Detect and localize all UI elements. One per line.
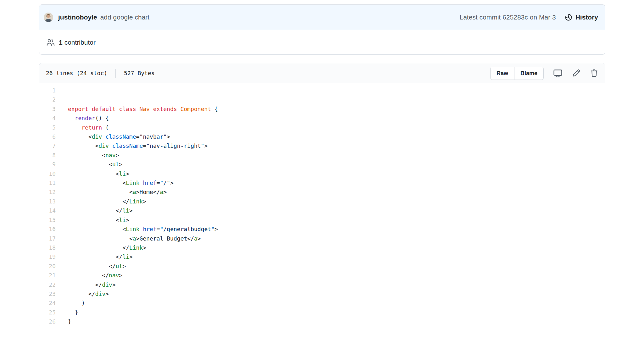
code-line: 14 </li>	[39, 206, 605, 215]
pencil-icon	[572, 69, 580, 77]
file-size-info: 527 Bytes	[124, 70, 155, 76]
code-line: 11 <Link href="/">	[39, 178, 605, 187]
raw-button[interactable]: Raw	[490, 67, 514, 80]
line-number[interactable]: 24	[39, 298, 57, 308]
code-line: 9 <ul>	[39, 160, 605, 169]
code-line-content: <Link href="/">	[57, 178, 605, 187]
blame-button[interactable]: Blame	[514, 67, 544, 80]
code-line: 15 <li>	[39, 215, 605, 224]
delete-button[interactable]	[590, 69, 598, 77]
history-label: History	[575, 14, 598, 21]
code-line-content: </li>	[57, 206, 605, 215]
commit-box: justinoboyle add google chart Latest com…	[39, 4, 605, 55]
code-line: 5 return (	[39, 123, 605, 132]
line-number[interactable]: 14	[39, 206, 57, 215]
line-number[interactable]: 8	[39, 151, 57, 160]
line-number[interactable]: 19	[39, 252, 57, 261]
code-line: 23 </div>	[39, 289, 605, 298]
file-lines-info: 26 lines (24 sloc)	[46, 70, 107, 76]
code-line-content: <ul>	[57, 160, 605, 169]
line-number[interactable]: 16	[39, 224, 57, 234]
line-number[interactable]: 18	[39, 243, 57, 252]
line-number[interactable]: 11	[39, 178, 57, 187]
contributor-label: contributor	[64, 39, 96, 46]
commit-header: justinoboyle add google chart Latest com…	[39, 5, 605, 30]
code-line: 16 <Link href="/generalbudget">	[39, 224, 605, 234]
code-line: 8 <nav>	[39, 151, 605, 160]
commit-sha[interactable]: 625283c	[502, 14, 528, 21]
code-line: 10 <li>	[39, 169, 605, 178]
code-area: 123export default class Nav extends Comp…	[39, 83, 605, 328]
avatar[interactable]	[44, 13, 53, 22]
avatar-photo	[44, 13, 53, 22]
file-info: 26 lines (24 sloc) 527 Bytes	[46, 69, 155, 78]
commit-message[interactable]: add google chart	[100, 14, 149, 21]
line-number[interactable]: 3	[39, 104, 57, 114]
contributor-count: 1	[59, 39, 63, 46]
line-number[interactable]: 15	[39, 215, 57, 224]
code-line-content: )	[57, 298, 605, 308]
code-line: 17 <a>General Budget</a>	[39, 234, 605, 243]
line-number[interactable]: 6	[39, 132, 57, 141]
code-line: 26}	[39, 317, 605, 326]
people-icon	[46, 38, 55, 47]
code-line: 24 )	[39, 298, 605, 308]
display-icon	[553, 69, 563, 78]
code-table: 123export default class Nav extends Comp…	[39, 86, 605, 326]
line-number[interactable]: 26	[39, 317, 57, 326]
code-line-content: <a>Home</a>	[57, 187, 605, 197]
edit-button[interactable]	[572, 69, 580, 77]
line-number[interactable]: 1	[39, 86, 57, 95]
code-line-content: </div>	[57, 289, 605, 298]
code-line-content: </Link>	[57, 197, 605, 206]
code-line: 12 <a>Home</a>	[39, 187, 605, 197]
code-line: 6 <div className="navbar">	[39, 132, 605, 141]
code-line: 2	[39, 95, 605, 104]
code-line-content: }	[57, 317, 605, 326]
line-number[interactable]: 9	[39, 160, 57, 169]
code-line: 22 </div>	[39, 280, 605, 289]
code-line: 1	[39, 86, 605, 95]
line-number[interactable]: 5	[39, 123, 57, 132]
line-number[interactable]: 7	[39, 141, 57, 150]
raw-blame-group: Raw Blame	[490, 67, 544, 80]
commit-author-link[interactable]: justinoboyle	[58, 14, 97, 21]
contributors-row[interactable]: 1 contributor	[39, 30, 605, 54]
code-line: 21 </nav>	[39, 271, 605, 280]
code-line-content: <a>General Budget</a>	[57, 234, 605, 243]
code-line-content: <div className="navbar">	[57, 132, 605, 141]
history-button[interactable]: History	[564, 13, 598, 22]
line-number[interactable]: 13	[39, 197, 57, 206]
code-line-content: }	[57, 308, 605, 317]
code-line: 3export default class Nav extends Compon…	[39, 104, 605, 114]
line-number[interactable]: 20	[39, 262, 57, 271]
line-number[interactable]: 22	[39, 280, 57, 289]
history-icon	[564, 13, 573, 22]
line-number[interactable]: 4	[39, 114, 57, 123]
code-line-content: return (	[57, 123, 605, 132]
code-line-content: </div>	[57, 280, 605, 289]
code-line-content: </ul>	[57, 262, 605, 271]
line-number[interactable]: 25	[39, 308, 57, 317]
code-line: 25 }	[39, 308, 605, 317]
display-button[interactable]	[553, 69, 563, 78]
commit-date: on Mar 3	[530, 14, 556, 21]
code-line-content: render() {	[57, 114, 605, 123]
file-box: 26 lines (24 sloc) 527 Bytes Raw Blame	[39, 63, 605, 327]
line-number[interactable]: 23	[39, 289, 57, 298]
code-table-body: 123export default class Nav extends Comp…	[39, 86, 605, 326]
code-line-content: <Link href="/generalbudget">	[57, 224, 605, 234]
code-line-content: </nav>	[57, 271, 605, 280]
line-number[interactable]: 17	[39, 234, 57, 243]
code-line-content: </Link>	[57, 243, 605, 252]
code-line-content	[57, 95, 605, 104]
line-number[interactable]: 2	[39, 95, 57, 104]
code-line-content	[57, 86, 605, 95]
code-line: 20 </ul>	[39, 262, 605, 271]
code-line: 4 render() {	[39, 114, 605, 123]
code-line: 19 </li>	[39, 252, 605, 261]
line-number[interactable]: 10	[39, 169, 57, 178]
line-number[interactable]: 21	[39, 271, 57, 280]
line-number[interactable]: 12	[39, 187, 57, 197]
code-line-content: <nav>	[57, 151, 605, 160]
